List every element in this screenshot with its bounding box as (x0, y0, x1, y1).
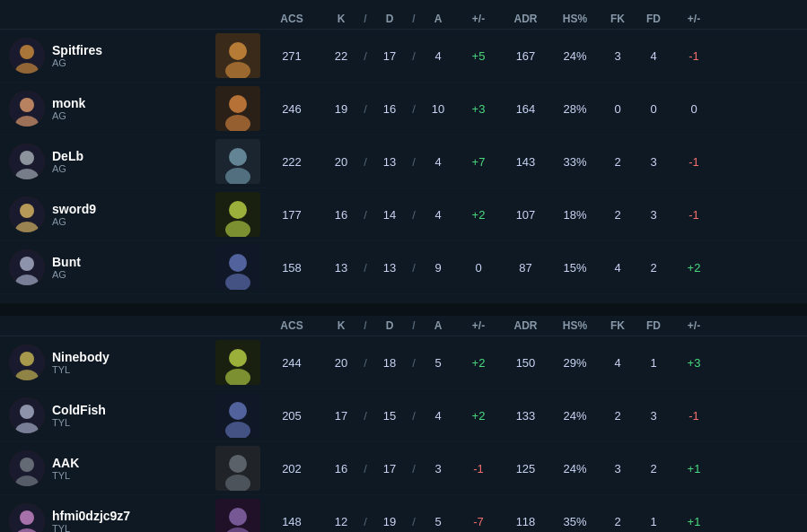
player-info: ColdFish TYL (0, 393, 260, 438)
stat-adr: 164 (501, 102, 550, 116)
header2-fk: FK (600, 319, 636, 332)
stat-k: 20 (323, 155, 359, 169)
table-row: Bunt AG 158 13 / 13 / 9 0 (0, 241, 807, 294)
stat-pm: +7 (456, 155, 501, 169)
player-team: AG (52, 269, 208, 280)
stat-pm: -1 (456, 462, 501, 475)
agent-icon (215, 192, 260, 237)
player-info: Bunt AG (0, 245, 260, 290)
player-team: TYL (52, 417, 208, 428)
stat-adr: 125 (501, 462, 550, 475)
stat-pm2: -1 (671, 155, 716, 169)
table-row: Spitfires AG 271 22 / 17 / 4 +5 (0, 30, 807, 83)
stat-k: 12 (323, 515, 359, 528)
header2-k: K (323, 319, 359, 332)
svg-point-10 (229, 95, 247, 113)
avatar (9, 196, 45, 232)
header-fd: FD (636, 13, 671, 25)
agent-icon (215, 86, 260, 131)
agent-icon (215, 245, 260, 290)
stat-sep2: / (408, 515, 420, 528)
player-name: Bunt (52, 255, 208, 269)
header-a: A (420, 13, 456, 25)
svg-point-49 (20, 510, 34, 525)
stat-fd: 4 (636, 49, 671, 63)
stat-fk: 2 (600, 155, 636, 169)
stat-adr: 143 (501, 155, 550, 169)
player-name: ColdFish (52, 403, 208, 417)
player-stats: 202 16 / 17 / 3 -1 125 24% 3 2 +1 (260, 462, 807, 475)
stat-k: 17 (323, 409, 359, 423)
stat-hs: 35% (550, 515, 600, 528)
avatar (9, 503, 45, 532)
stat-pm: +3 (456, 102, 501, 116)
stat-acs: 205 (260, 409, 323, 423)
svg-point-4 (229, 42, 247, 60)
stat-a: 4 (420, 49, 456, 63)
agent-icon (215, 499, 260, 532)
player-name-team: Ninebody TYL (52, 350, 208, 375)
player-name: sword9 (52, 202, 208, 216)
avatar (9, 38, 45, 74)
stat-sep2: / (408, 409, 420, 423)
stat-adr: 167 (501, 49, 550, 63)
stat-adr: 118 (501, 515, 550, 528)
stat-acs: 148 (260, 515, 323, 528)
svg-point-13 (20, 151, 34, 165)
player-team: AG (52, 216, 208, 227)
stat-d: 17 (372, 49, 408, 63)
agent-icon (215, 139, 260, 184)
player-team: TYL (52, 364, 208, 375)
stat-a: 5 (420, 356, 456, 370)
stat-acs: 244 (260, 356, 323, 370)
stat-acs: 246 (260, 102, 323, 116)
agent-icon (215, 446, 260, 491)
player-team: TYL (52, 470, 208, 481)
agent-icon (215, 393, 260, 438)
svg-point-40 (229, 402, 247, 420)
stat-fd: 0 (636, 102, 671, 116)
player-team: AG (52, 110, 208, 121)
header-pm: +/- (456, 13, 501, 25)
avatar (9, 144, 45, 179)
player-stats: 271 22 / 17 / 4 +5 167 24% 3 4 -1 (260, 49, 807, 63)
stat-adr: 87 (501, 261, 550, 275)
stat-a: 4 (420, 155, 456, 169)
stat-a: 4 (420, 208, 456, 222)
stat-sep2: / (408, 208, 420, 222)
header2-pm2: +/- (671, 319, 716, 332)
svg-point-1 (20, 45, 34, 59)
stat-k: 13 (323, 261, 359, 275)
player-stats: 244 20 / 18 / 5 +2 150 29% 4 1 +3 (260, 356, 807, 370)
player-name: Spitfires (52, 43, 208, 57)
header2-sep2: / (408, 319, 420, 332)
stat-pm2: +2 (671, 261, 716, 275)
stat-pm: 0 (456, 261, 501, 275)
svg-point-43 (20, 458, 34, 472)
stat-acs: 177 (260, 208, 323, 222)
stat-acs: 222 (260, 155, 323, 169)
player-name-team: Spitfires AG (52, 43, 208, 68)
stat-hs: 24% (550, 49, 600, 63)
team1-header-row: ACS K / D / A +/- ADR HS% FK FD +/- (0, 9, 807, 30)
stat-d: 16 (372, 102, 408, 116)
player-stats: 158 13 / 13 / 9 0 87 15% 4 2 +2 (260, 261, 807, 275)
stat-pm: +2 (456, 356, 501, 370)
stat-fk: 2 (600, 409, 636, 423)
stats-header: ACS K / D / A +/- ADR HS% FK FD +/- (260, 13, 807, 25)
svg-point-52 (229, 508, 247, 526)
stat-adr: 107 (501, 208, 550, 222)
avatar (9, 344, 45, 380)
player-info: hfmi0dzjc9z7 TYL (0, 499, 260, 532)
player-name-team: AAK TYL (52, 456, 208, 481)
header-d: D (372, 13, 408, 25)
stat-fk: 2 (600, 208, 636, 222)
header-acs: ACS (260, 13, 323, 25)
stat-pm: +2 (456, 409, 501, 423)
avatar (9, 450, 45, 486)
stat-d: 19 (372, 515, 408, 528)
stat-d: 13 (372, 261, 408, 275)
stat-sep2: / (408, 49, 420, 63)
table-row: AAK TYL 202 16 / 17 / 3 -1 (0, 442, 807, 495)
stat-k: 16 (323, 462, 359, 475)
